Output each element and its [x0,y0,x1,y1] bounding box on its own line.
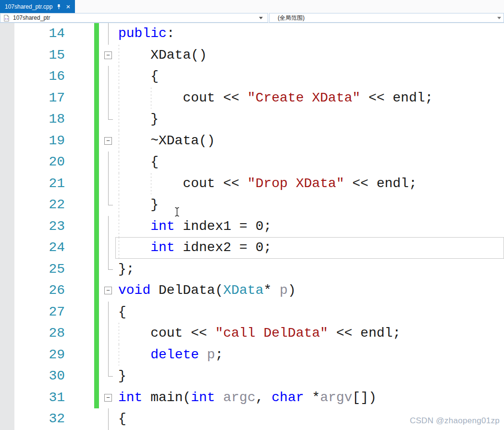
change-tracking-bar [94,237,99,259]
code-line[interactable]: 30} [0,366,504,387]
fold-margin: − [99,280,118,302]
code-line[interactable]: 27{ [0,302,504,323]
editor-gap [72,173,94,195]
breakpoint-margin[interactable] [0,45,14,66]
code-line[interactable]: 21 cout << "Drop XData" << endl; [0,173,504,195]
breakpoint-margin[interactable] [0,344,14,366]
code-text[interactable]: cout << "Drop XData" << endl; [118,173,504,195]
breakpoint-margin[interactable] [0,173,14,195]
code-line[interactable]: 22 } [0,194,504,216]
code-line[interactable]: 26−void DelData(XData* p) [0,280,504,302]
breakpoint-margin[interactable] [0,237,14,259]
code-text[interactable]: int index1 = 0; [118,216,504,238]
code-line[interactable]: 23 int index1 = 0; [0,216,504,238]
line-number[interactable]: 15 [14,45,72,66]
editor-gap [72,366,94,387]
breakpoint-margin[interactable] [0,152,14,173]
breakpoint-margin[interactable] [0,259,14,280]
code-text[interactable]: { [118,152,504,173]
code-text[interactable]: public: [118,23,504,45]
code-text[interactable]: }; [118,259,504,280]
code-text[interactable]: void DelData(XData* p) [118,280,504,302]
fold-toggle-icon[interactable]: − [104,394,112,402]
line-number[interactable]: 18 [14,109,72,130]
file-dropdown[interactable]: ++ 107shared_ptr [0,13,268,23]
code-text[interactable]: } [118,109,504,130]
editor-gap [72,152,94,173]
code-line[interactable]: 19− ~XData() [0,130,504,152]
code-line[interactable]: 31−int main(int argc, char *argv[]) [0,387,504,409]
breakpoint-margin[interactable] [0,408,14,430]
close-icon[interactable]: × [65,3,71,10]
breakpoint-margin[interactable] [0,366,14,387]
code-line[interactable]: 17 cout << "Create XData" << endl; [0,88,504,109]
pin-icon[interactable] [56,4,61,10]
fold-toggle-icon[interactable]: − [104,51,112,59]
editor-gap [72,344,94,366]
editor-gap [72,88,94,109]
code-text[interactable]: XData() [118,45,504,66]
scope-dropdown[interactable]: (全局范围) [269,13,504,23]
code-text[interactable]: ~XData() [118,130,504,152]
line-number[interactable]: 21 [14,173,72,195]
code-line[interactable]: 15− XData() [0,45,504,66]
breakpoint-margin[interactable] [0,216,14,238]
breakpoint-margin[interactable] [0,194,14,216]
line-number[interactable]: 14 [14,23,72,45]
change-tracking-bar [94,387,99,409]
breakpoint-margin[interactable] [0,88,14,109]
indent-guide [119,66,119,88]
code-editor[interactable]: 14public:15− XData()16 {17 cout << "Crea… [0,23,504,430]
change-tracking-bar [94,66,99,88]
code-text[interactable]: } [118,366,504,387]
editor-tab[interactable]: 107shared_ptr.cpp × [0,0,75,13]
breakpoint-margin[interactable] [0,280,14,302]
line-number[interactable]: 28 [14,323,72,344]
fold-region-end [108,269,113,270]
code-line[interactable]: 29 delete p; [0,344,504,366]
line-number[interactable]: 26 [14,280,72,302]
tab-title: 107shared_ptr.cpp [5,3,52,10]
breakpoint-margin[interactable] [0,23,14,45]
breakpoint-margin[interactable] [0,302,14,323]
breakpoint-margin[interactable] [0,66,14,88]
breakpoint-margin[interactable] [0,387,14,409]
line-number[interactable]: 16 [14,66,72,88]
line-number[interactable]: 19 [14,130,72,152]
line-number[interactable]: 31 [14,387,72,409]
change-tracking-bar [94,130,99,152]
code-line[interactable]: 14public: [0,23,504,45]
line-number[interactable]: 20 [14,152,72,173]
code-text[interactable]: { [118,66,504,88]
fold-region-line [108,66,109,88]
line-number[interactable]: 22 [14,194,72,216]
fold-toggle-icon[interactable]: − [104,287,112,294]
code-line[interactable]: 24 int idnex2 = 0; [0,237,504,259]
line-number[interactable]: 30 [14,366,72,387]
line-number[interactable]: 27 [14,302,72,323]
chevron-down-icon [259,17,263,19]
code-line[interactable]: 20 { [0,152,504,173]
line-number[interactable]: 25 [14,259,72,280]
fold-margin [99,66,118,88]
fold-region-line [108,408,109,430]
code-line[interactable]: 18 } [0,109,504,130]
line-number[interactable]: 17 [14,88,72,109]
line-number[interactable]: 24 [14,237,72,259]
code-text[interactable]: cout << "call DelData" << endl; [118,323,504,344]
code-text[interactable]: int idnex2 = 0; [118,237,504,259]
line-number[interactable]: 23 [14,216,72,238]
code-text[interactable]: { [118,302,504,323]
code-line[interactable]: 16 { [0,66,504,88]
breakpoint-margin[interactable] [0,323,14,344]
breakpoint-margin[interactable] [0,109,14,130]
code-text[interactable]: delete p; [118,344,504,366]
code-text[interactable]: int main(int argc, char *argv[]) [118,387,504,409]
breakpoint-margin[interactable] [0,130,14,152]
fold-toggle-icon[interactable]: − [104,137,112,145]
line-number[interactable]: 29 [14,344,72,366]
code-line[interactable]: 28 cout << "call DelData" << endl; [0,323,504,344]
code-line[interactable]: 25}; [0,259,504,280]
code-text[interactable]: cout << "Create XData" << endl; [118,88,504,109]
line-number[interactable]: 32 [14,408,72,430]
